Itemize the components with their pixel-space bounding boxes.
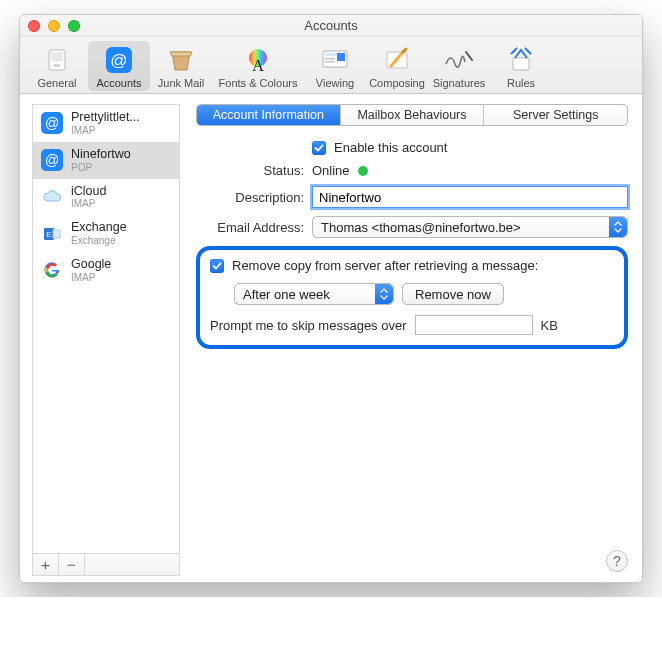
svg-text:@: @ bbox=[110, 51, 127, 70]
toolbar-item-viewing[interactable]: Viewing bbox=[304, 41, 366, 91]
account-name: Google bbox=[71, 258, 111, 272]
toolbar-item-label: Viewing bbox=[316, 77, 354, 89]
toolbar-item-label: Signatures bbox=[433, 77, 486, 89]
toolbar-item-label: Composing bbox=[369, 77, 425, 89]
account-type: Exchange bbox=[71, 235, 127, 246]
add-account-button[interactable]: + bbox=[33, 554, 59, 575]
account-row-google[interactable]: Google IMAP bbox=[33, 252, 179, 289]
status-value: Online bbox=[312, 163, 350, 178]
toolbar-item-label: Junk Mail bbox=[158, 77, 204, 89]
svg-rect-16 bbox=[53, 230, 60, 238]
toolbar-item-signatures[interactable]: Signatures bbox=[428, 41, 490, 91]
viewing-icon bbox=[318, 45, 352, 75]
accounts-list: @ Prettylittlet... IMAP @ Ninefortwo POP bbox=[32, 104, 180, 554]
remove-account-button[interactable]: − bbox=[59, 554, 85, 575]
toolbar-item-accounts[interactable]: @ Accounts bbox=[88, 41, 150, 91]
account-row-prettylittle[interactable]: @ Prettylittlet... IMAP bbox=[33, 105, 179, 142]
tab-mailbox-behaviours[interactable]: Mailbox Behaviours bbox=[341, 105, 485, 125]
account-row-exchange[interactable]: E Exchange Exchange bbox=[33, 215, 179, 252]
svg-rect-1 bbox=[51, 52, 63, 61]
toolbar-item-composing[interactable]: Composing bbox=[366, 41, 428, 91]
svg-rect-10 bbox=[325, 58, 335, 60]
fonts-icon: A bbox=[241, 45, 275, 75]
account-name: Ninefortwo bbox=[71, 148, 131, 162]
skip-unit-label: KB bbox=[541, 318, 558, 333]
description-input[interactable] bbox=[312, 186, 628, 208]
toolbar-item-label: Fonts & Colours bbox=[219, 77, 298, 89]
titlebar: Accounts bbox=[20, 15, 642, 37]
icloud-icon bbox=[41, 186, 63, 208]
enable-account-label: Enable this account bbox=[334, 140, 447, 155]
toolbar-item-fonts[interactable]: A Fonts & Colours bbox=[212, 41, 304, 91]
email-address-value: Thomas <thomas@ninefortwo.be> bbox=[321, 220, 521, 235]
toolbar-item-label: Accounts bbox=[96, 77, 141, 89]
google-icon bbox=[41, 259, 63, 281]
account-type: POP bbox=[71, 162, 131, 173]
svg-rect-2 bbox=[54, 64, 60, 67]
at-icon: @ bbox=[41, 149, 63, 171]
updown-arrows-icon bbox=[375, 284, 393, 304]
details-tabbar: Account Information Mailbox Behaviours S… bbox=[196, 104, 628, 126]
exchange-icon: E bbox=[41, 223, 63, 245]
account-name: iCloud bbox=[71, 185, 106, 199]
remove-after-select[interactable]: After one week bbox=[234, 283, 394, 305]
tab-server-settings[interactable]: Server Settings bbox=[484, 105, 627, 125]
remove-copy-checkbox[interactable] bbox=[210, 259, 224, 273]
account-type: IMAP bbox=[71, 125, 140, 136]
skip-size-input[interactable] bbox=[415, 315, 533, 335]
junkmail-icon bbox=[164, 45, 198, 75]
remove-now-button[interactable]: Remove now bbox=[402, 283, 504, 305]
accounts-list-footer: + − bbox=[32, 554, 180, 576]
remove-copy-label: Remove copy from server after retrieving… bbox=[232, 258, 538, 273]
account-name: Prettylittlet... bbox=[71, 111, 140, 125]
account-row-icloud[interactable]: iCloud IMAP bbox=[33, 179, 179, 216]
rules-icon bbox=[504, 45, 538, 75]
account-details-pane: Account Information Mailbox Behaviours S… bbox=[190, 94, 642, 582]
at-icon: @ bbox=[41, 112, 63, 134]
svg-text:A: A bbox=[252, 57, 264, 74]
window-title: Accounts bbox=[20, 18, 642, 33]
status-indicator-icon bbox=[358, 166, 368, 176]
svg-rect-11 bbox=[325, 61, 335, 63]
help-button[interactable]: ? bbox=[606, 550, 628, 572]
svg-rect-13 bbox=[513, 58, 529, 70]
composing-icon bbox=[380, 45, 414, 75]
preferences-window: Accounts General @ Accounts Junk Mail bbox=[19, 14, 643, 583]
email-label: Email Address: bbox=[196, 220, 312, 235]
account-type: IMAP bbox=[71, 198, 106, 209]
account-row-ninefortwo[interactable]: @ Ninefortwo POP bbox=[33, 142, 179, 179]
footer-spacer bbox=[85, 554, 179, 575]
account-name: Exchange bbox=[71, 221, 127, 235]
svg-rect-9 bbox=[337, 53, 345, 61]
account-type: IMAP bbox=[71, 272, 111, 283]
tab-account-information[interactable]: Account Information bbox=[197, 105, 341, 125]
toolbar-item-label: Rules bbox=[507, 77, 535, 89]
skip-messages-label: Prompt me to skip messages over bbox=[210, 318, 407, 333]
general-icon bbox=[40, 45, 74, 75]
toolbar-item-label: General bbox=[37, 77, 76, 89]
toolbar-item-junkmail[interactable]: Junk Mail bbox=[150, 41, 212, 91]
email-address-select[interactable]: Thomas <thomas@ninefortwo.be> bbox=[312, 216, 628, 238]
updown-arrows-icon bbox=[609, 217, 627, 237]
accounts-sidebar: @ Prettylittlet... IMAP @ Ninefortwo POP bbox=[20, 94, 190, 582]
remove-after-value: After one week bbox=[243, 287, 330, 302]
status-label: Status: bbox=[196, 163, 312, 178]
toolbar-item-rules[interactable]: Rules bbox=[490, 41, 552, 91]
signatures-icon bbox=[442, 45, 476, 75]
accounts-icon: @ bbox=[102, 45, 136, 75]
preferences-toolbar: General @ Accounts Junk Mail A Fonts & C bbox=[20, 37, 642, 94]
window-body: @ Prettylittlet... IMAP @ Ninefortwo POP bbox=[20, 94, 642, 582]
description-label: Description: bbox=[196, 190, 312, 205]
toolbar-item-general[interactable]: General bbox=[26, 41, 88, 91]
pop-settings-highlight: Remove copy from server after retrieving… bbox=[196, 246, 628, 349]
svg-text:E: E bbox=[46, 230, 51, 239]
enable-account-checkbox[interactable] bbox=[312, 141, 326, 155]
